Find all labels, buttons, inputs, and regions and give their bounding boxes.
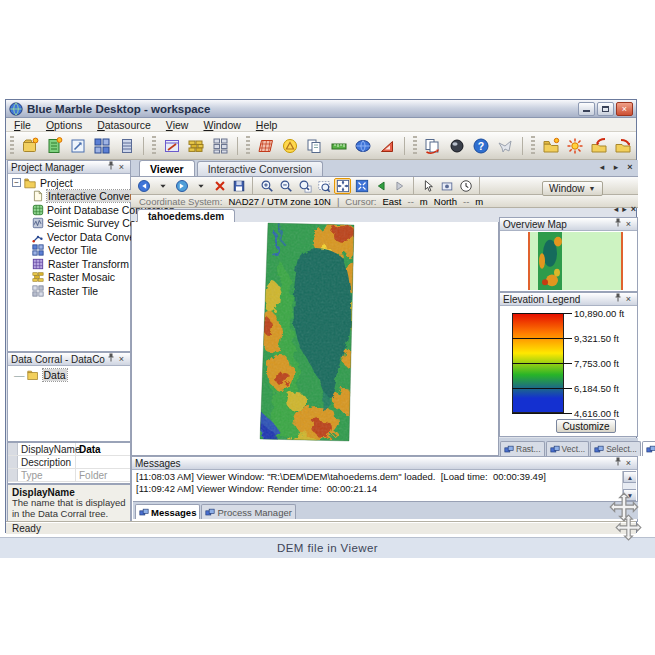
tree-item-raster-tile[interactable]: Raster Tile [8, 284, 130, 298]
open-folder-icon[interactable] [540, 135, 561, 157]
close-icon[interactable]: × [116, 354, 127, 365]
sphere-icon[interactable] [446, 135, 467, 157]
overview-map-header[interactable]: Overview Map × [500, 218, 637, 231]
menu-help[interactable]: Help [256, 119, 278, 131]
tree-item-seismic-survey-conversion[interactable]: Seismic Survey Conversion [8, 217, 130, 231]
new-project-icon[interactable] [19, 135, 40, 157]
map-viewport[interactable] [131, 222, 499, 456]
tab-close-icon[interactable]: × [625, 162, 635, 172]
tree-item-raster-mosaic[interactable]: Raster Mosaic [8, 271, 130, 285]
dock-close-icon[interactable]: × [631, 204, 636, 214]
close-icon[interactable]: × [623, 458, 634, 469]
raster-sheet-icon[interactable] [255, 135, 276, 157]
pin-icon[interactable] [612, 457, 623, 469]
menu-options[interactable]: Options [46, 119, 82, 131]
zoom-fit-icon[interactable] [353, 178, 370, 194]
overview-map-body[interactable] [501, 232, 636, 290]
close-icon[interactable]: × [116, 162, 127, 173]
tree-item-interactive-conversion[interactable]: Interactive Conversion [8, 190, 130, 204]
tab-tahoedems-dem[interactable]: tahoedems.dem [137, 209, 235, 222]
pin-icon[interactable] [612, 218, 623, 230]
pin-icon[interactable] [105, 353, 116, 365]
property-row-displayname[interactable]: DisplayName Data [8, 443, 130, 456]
send-feedback-icon[interactable] [495, 135, 516, 157]
tile-pair-icon[interactable] [210, 135, 231, 157]
window-menu-button[interactable]: Window ▼ [542, 181, 603, 196]
globe-icon[interactable] [352, 135, 373, 157]
triangle-ruler-icon[interactable] [377, 135, 398, 157]
view-forward-icon[interactable] [391, 178, 408, 194]
pin-icon[interactable] [612, 293, 623, 305]
nav-blue-icon[interactable] [135, 178, 152, 194]
folder-export-icon[interactable] [613, 135, 634, 157]
identify-icon[interactable] [438, 178, 455, 194]
dock-scroll-right-icon[interactable]: ▸ [622, 204, 627, 214]
maximize-button[interactable] [597, 102, 614, 116]
toolbar-grip[interactable] [413, 136, 417, 156]
delete-x-icon[interactable] [211, 178, 228, 194]
zoom-doc-icon[interactable] [296, 178, 313, 194]
data-corral-header[interactable]: Data Corral - DataCorral.xml × [8, 353, 130, 366]
scroll-up-icon[interactable]: ▲ [623, 471, 636, 483]
tree-item-data[interactable]: — Data [8, 368, 130, 382]
tab-selection[interactable]: Select... [590, 441, 641, 456]
save-icon[interactable] [230, 178, 247, 194]
collapse-icon[interactable]: − [12, 178, 21, 187]
messages-log[interactable]: [11:08:03 AM] Viewer Window: "R:\DEM\DEM… [133, 471, 636, 501]
toolbar-grip[interactable] [246, 136, 250, 156]
property-value[interactable]: Data [76, 443, 130, 455]
menu-view[interactable]: View [166, 119, 189, 131]
title-bar[interactable]: Blue Marble Desktop - workspace × [6, 100, 636, 118]
caret-icon[interactable] [154, 178, 171, 194]
tile-jobs-icon[interactable] [92, 135, 113, 157]
tree-item-raster-transform[interactable]: Raster Transform [8, 257, 130, 271]
mosaic-icon[interactable] [186, 135, 207, 157]
pointer-icon[interactable] [419, 178, 436, 194]
file-transfer-icon[interactable] [422, 135, 443, 157]
menu-file[interactable]: File [14, 119, 31, 131]
interactive-conversion-icon[interactable] [68, 135, 89, 157]
tab-viewer[interactable]: Viewer [139, 160, 195, 176]
toolbar-grip[interactable] [10, 136, 14, 156]
tree-item-project[interactable]: − Project [8, 176, 130, 190]
elevation-legend-header[interactable]: Elevation Legend × [500, 293, 637, 306]
tab-scroll-left-icon[interactable]: ◂ [597, 162, 607, 172]
tab-interactive-conversion[interactable]: Interactive Conversion [197, 161, 323, 176]
zoom-in-icon[interactable] [258, 178, 275, 194]
geodetic-calculator-icon[interactable] [279, 135, 300, 157]
close-button[interactable]: × [616, 102, 633, 116]
close-icon[interactable]: × [623, 294, 634, 305]
view-back-icon[interactable] [372, 178, 389, 194]
minimize-button[interactable] [578, 102, 595, 116]
table-icon[interactable] [116, 135, 137, 157]
new-document-icon[interactable] [43, 135, 64, 157]
window-layout-icon[interactable] [161, 135, 182, 157]
project-manager-header[interactable]: Project Manager × [8, 161, 130, 174]
history-icon[interactable] [457, 178, 474, 194]
zoom-extents-icon[interactable] [334, 178, 351, 194]
customize-button[interactable]: Customize [556, 419, 616, 433]
close-icon[interactable]: × [623, 219, 634, 230]
tree-item-vector-tile[interactable]: Vector Tile [8, 244, 130, 258]
menu-datasource[interactable]: Datasource [97, 119, 151, 131]
ruler-icon[interactable] [328, 135, 349, 157]
pin-icon[interactable] [105, 161, 116, 173]
caret-icon[interactable] [192, 178, 209, 194]
tab-raster[interactable]: Rast... [500, 441, 545, 456]
help-icon[interactable]: ? [470, 135, 491, 157]
zoom-window-icon[interactable] [315, 178, 332, 194]
tree-item-vector-data-conversion[interactable]: Vector Data Conversion [8, 230, 130, 244]
property-row-description[interactable]: Description [8, 456, 130, 469]
menu-window[interactable]: Window [203, 119, 240, 131]
tree-item-point-database-conversion[interactable]: Point Database Conversion [8, 203, 130, 217]
toolbar-grip[interactable] [531, 136, 535, 156]
tab-elevation[interactable]: Elevati... [642, 441, 655, 456]
sun-icon[interactable] [564, 135, 585, 157]
toolbar-grip[interactable] [152, 136, 156, 156]
copy-files-icon[interactable] [304, 135, 325, 157]
tab-scroll-right-icon[interactable]: ▸ [611, 162, 621, 172]
zoom-out-icon[interactable] [277, 178, 294, 194]
tab-vector[interactable]: Vect... [546, 441, 590, 456]
tab-process-manager[interactable]: Process Manager [201, 504, 295, 519]
messages-header[interactable]: Messages × [132, 457, 637, 470]
